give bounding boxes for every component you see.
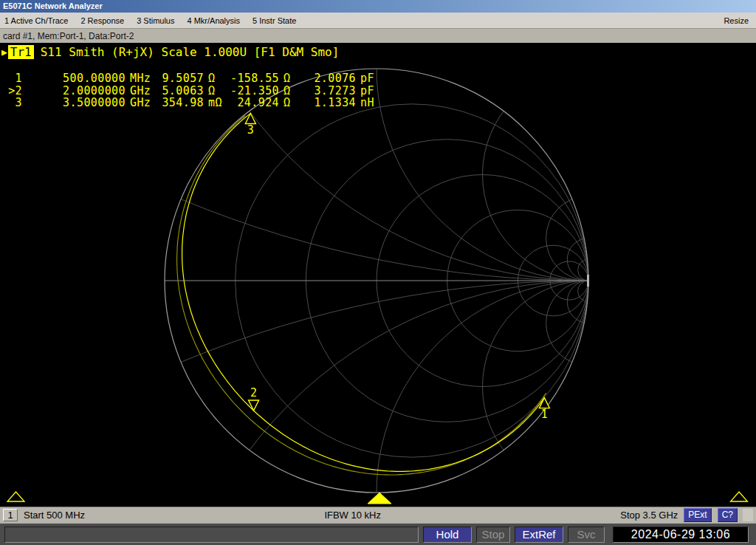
menu-item-resize[interactable]: Resize	[724, 16, 749, 25]
reactance-arc-minus-1	[377, 281, 756, 507]
reactance-arc-plus-2	[483, 69, 695, 281]
menu-item-2[interactable]: 2 Response	[80, 16, 124, 25]
system-bar-cells: HoldStopExtRefSvc	[423, 527, 609, 543]
system-indicator-extref: ExtRef	[515, 527, 563, 543]
trace-header: ▶ Tr1 S11 Smith (R+jX) Scale 1.000U [F1 …	[1, 45, 339, 59]
channel-number-badge: 1	[3, 509, 18, 521]
window-title: E5071C Network Analyzer	[3, 1, 103, 10]
marker-label-3: 3	[247, 123, 254, 137]
reactance-arc-minus-0.2	[0, 281, 756, 507]
menu-item-1[interactable]: 1 Active Ch/Trace	[4, 16, 68, 25]
resize-grip[interactable]	[743, 509, 753, 521]
system-indicator-stop: Stop	[476, 527, 510, 543]
sweep-position-indicator	[368, 493, 391, 504]
trace-format-text: S11 Smith (R+jX) Scale 1.000U [F1 D&M Sm…	[41, 45, 340, 59]
start-frequency-label[interactable]: Start 500 MHz	[24, 510, 85, 521]
analyzer-window: E5071C Network Analyzer 1 Active Ch/Trac…	[0, 0, 756, 545]
reactance-grid	[0, 43, 756, 507]
status-bar: 1 Start 500 MHz IFBW 10 kHz Stop 3.5 GHz…	[0, 507, 756, 523]
system-indicator-hold: Hold	[423, 527, 472, 543]
system-bar-message-area	[4, 527, 419, 543]
trace-name-chip[interactable]: Tr1	[8, 45, 34, 59]
title-bar: E5071C Network Analyzer	[0, 0, 756, 13]
card-status-line: card #1, Mem:Port-1, Data:Port-2	[0, 28, 756, 43]
reactance-arc-plus-1	[377, 43, 756, 281]
marker-table: 1500.00000MHz9.5057Ω-158.55Ω2.0076pF>22.…	[6, 72, 379, 109]
vertex-tick	[587, 275, 589, 287]
system-status-bar: HoldStopExtRefSvc 2024-06-29 13:06	[0, 523, 756, 545]
marker-label-1: 1	[541, 408, 548, 421]
datetime-display: 2024-06-29 13:06	[613, 527, 749, 543]
status-badges: PExtC?	[678, 508, 738, 522]
menu-bar: 1 Active Ch/Trace2 Response3 Stimulus4 M…	[0, 13, 756, 28]
marker-readout-row-1: 1500.00000MHz9.5057Ω-158.55Ω2.0076pF	[6, 72, 379, 85]
stimulus-stop-indicator	[731, 492, 748, 501]
marker-readout-row-3: 33.5000000GHz354.98mΩ24.924Ω1.1334nH	[6, 97, 379, 109]
marker-triangle-2[interactable]	[249, 400, 259, 411]
stop-frequency-label[interactable]: Stop 3.5 GHz	[620, 510, 678, 521]
menu-bar-items: 1 Active Ch/Trace2 Response3 Stimulus4 M…	[4, 16, 309, 25]
active-trace-arrow-icon: ▶	[1, 47, 7, 58]
system-indicator-svc: Svc	[568, 527, 605, 543]
menu-item-5[interactable]: 5 Instr State	[252, 16, 296, 25]
marker-label-2: 2	[250, 386, 257, 400]
menu-item-4[interactable]: 4 Mkr/Analysis	[187, 16, 240, 25]
status-badge-c: C?	[718, 508, 738, 522]
instrument-screen: 123 ▶ Tr1 S11 Smith (R+jX) Scale 1.000U …	[0, 43, 756, 507]
smith-chart[interactable]: 123	[0, 43, 756, 507]
marker-triangle-3[interactable]	[245, 114, 255, 124]
marker-readout-row-2: >22.0000000GHz5.0063Ω-21.350Ω3.7273pF	[6, 85, 379, 97]
menu-item-3[interactable]: 3 Stimulus	[137, 16, 174, 25]
status-badge-pext: PExt	[684, 508, 711, 522]
reactance-arc-minus-2	[483, 281, 695, 493]
ifbw-label[interactable]: IFBW 10 kHz	[324, 510, 381, 521]
stimulus-start-indicator	[7, 492, 24, 501]
memory-trace	[177, 116, 546, 476]
